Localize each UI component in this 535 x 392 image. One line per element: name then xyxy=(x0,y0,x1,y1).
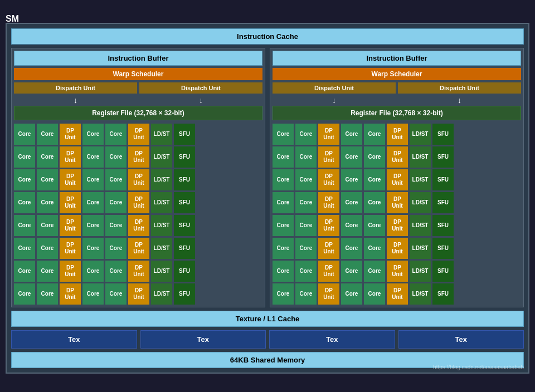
right-core-row-6: Core Core DPUnit Core Core DPUnit LD/ST … xyxy=(273,238,521,259)
ldst: LD/ST xyxy=(151,238,172,259)
ldst: LD/ST xyxy=(151,192,172,213)
dp-unit: DPUnit xyxy=(318,238,339,259)
right-arrow-2: ↓ xyxy=(398,96,521,105)
right-core-row-3: Core Core DPUnit Core Core DPUnit LD/ST … xyxy=(273,169,521,190)
core: Core xyxy=(364,261,385,282)
core: Core xyxy=(273,215,294,236)
core: Core xyxy=(341,283,362,305)
left-cores-grid: Core Core DPUnit Core Core DPUnit LD/ST … xyxy=(14,124,262,305)
sfu: SFU xyxy=(174,192,195,213)
ldst: LD/ST xyxy=(410,124,431,145)
left-core-row-3: Core Core DPUnit Core Core DPUnit LD/ST … xyxy=(14,169,262,190)
ldst: LD/ST xyxy=(151,146,172,168)
ldst: LD/ST xyxy=(151,283,172,305)
core: Core xyxy=(341,261,362,282)
sfu: SFU xyxy=(432,283,454,305)
core: Core xyxy=(82,261,104,282)
core: Core xyxy=(273,169,294,190)
left-dispatch-unit-1: Dispatch Unit xyxy=(14,82,137,94)
core: Core xyxy=(341,124,362,145)
dp-unit: DPUnit xyxy=(387,192,408,213)
ldst: LD/ST xyxy=(410,283,431,305)
core: Core xyxy=(82,169,104,190)
core: Core xyxy=(82,192,104,213)
core: Core xyxy=(37,146,58,168)
dp-unit: DPUnit xyxy=(60,146,81,168)
sfu: SFU xyxy=(432,124,454,145)
core: Core xyxy=(37,215,58,236)
sfu: SFU xyxy=(432,215,454,236)
core: Core xyxy=(295,192,317,213)
core: Core xyxy=(273,192,294,213)
ldst: LD/ST xyxy=(151,261,172,282)
ldst: LD/ST xyxy=(151,124,172,145)
core: Core xyxy=(37,124,58,145)
right-core-row-5: Core Core DPUnit Core Core DPUnit LD/ST … xyxy=(273,215,521,236)
tex-unit-4: Tex xyxy=(398,330,524,349)
left-dispatch-unit-2: Dispatch Unit xyxy=(139,82,262,94)
tex-unit-1: Tex xyxy=(11,330,137,349)
ldst: LD/ST xyxy=(410,215,431,236)
core: Core xyxy=(14,169,35,190)
right-cores-grid: Core Core DPUnit Core Core DPUnit LD/ST … xyxy=(273,124,521,305)
core: Core xyxy=(273,238,294,259)
core: Core xyxy=(14,146,35,168)
core: Core xyxy=(273,146,294,168)
dp-unit: DPUnit xyxy=(318,192,339,213)
dp-unit: DPUnit xyxy=(318,215,339,236)
core: Core xyxy=(295,124,317,145)
core: Core xyxy=(295,215,317,236)
sfu: SFU xyxy=(432,146,454,168)
core: Core xyxy=(37,283,58,305)
core: Core xyxy=(295,146,317,168)
core: Core xyxy=(364,238,385,259)
left-register-file: Register File (32,768 × 32-bit) xyxy=(14,106,262,120)
core: Core xyxy=(341,192,362,213)
core: Core xyxy=(364,215,385,236)
sfu: SFU xyxy=(174,124,195,145)
dp-unit: DPUnit xyxy=(128,169,149,190)
core: Core xyxy=(341,215,362,236)
dp-unit: DPUnit xyxy=(128,238,149,259)
left-core-row-4: Core Core DPUnit Core Core DPUnit LD/ST … xyxy=(14,192,262,213)
dp-unit: DPUnit xyxy=(60,192,81,213)
sfu: SFU xyxy=(174,215,195,236)
right-core-row-4: Core Core DPUnit Core Core DPUnit LD/ST … xyxy=(273,192,521,213)
dp-unit: DPUnit xyxy=(387,283,408,305)
core: Core xyxy=(341,238,362,259)
dp-unit: DPUnit xyxy=(60,283,81,305)
tex-unit-2: Tex xyxy=(140,330,266,349)
core: Core xyxy=(364,169,385,190)
dp-unit: DPUnit xyxy=(318,283,339,305)
core: Core xyxy=(105,283,127,305)
dp-unit: DPUnit xyxy=(128,215,149,236)
dp-unit: DPUnit xyxy=(128,283,149,305)
ldst: LD/ST xyxy=(410,146,431,168)
right-arrow-1: ↓ xyxy=(273,96,396,105)
core: Core xyxy=(14,261,35,282)
right-register-file: Register File (32,768 × 32-bit) xyxy=(273,106,521,120)
ldst: LD/ST xyxy=(151,215,172,236)
core: Core xyxy=(341,169,362,190)
dp-unit: DPUnit xyxy=(60,261,81,282)
right-dispatch-unit-1: Dispatch Unit xyxy=(273,82,396,94)
sfu: SFU xyxy=(432,192,454,213)
core: Core xyxy=(364,283,385,305)
left-core-row-6: Core Core DPUnit Core Core DPUnit LD/ST … xyxy=(14,238,262,259)
core: Core xyxy=(82,283,104,305)
core: Core xyxy=(295,238,317,259)
left-warp-scheduler: Warp Scheduler xyxy=(14,68,262,80)
left-core-row-7: Core Core DPUnit Core Core DPUnit LD/ST … xyxy=(14,261,262,282)
core: Core xyxy=(295,283,317,305)
right-core-row-7: Core Core DPUnit Core Core DPUnit LD/ST … xyxy=(273,261,521,282)
dp-unit: DPUnit xyxy=(387,124,408,145)
core: Core xyxy=(14,192,35,213)
core: Core xyxy=(37,261,58,282)
core: Core xyxy=(295,261,317,282)
ldst: LD/ST xyxy=(410,238,431,259)
core: Core xyxy=(82,215,104,236)
sfu: SFU xyxy=(432,261,454,282)
sfu: SFU xyxy=(174,261,195,282)
dp-unit: DPUnit xyxy=(60,124,81,145)
core: Core xyxy=(105,169,127,190)
